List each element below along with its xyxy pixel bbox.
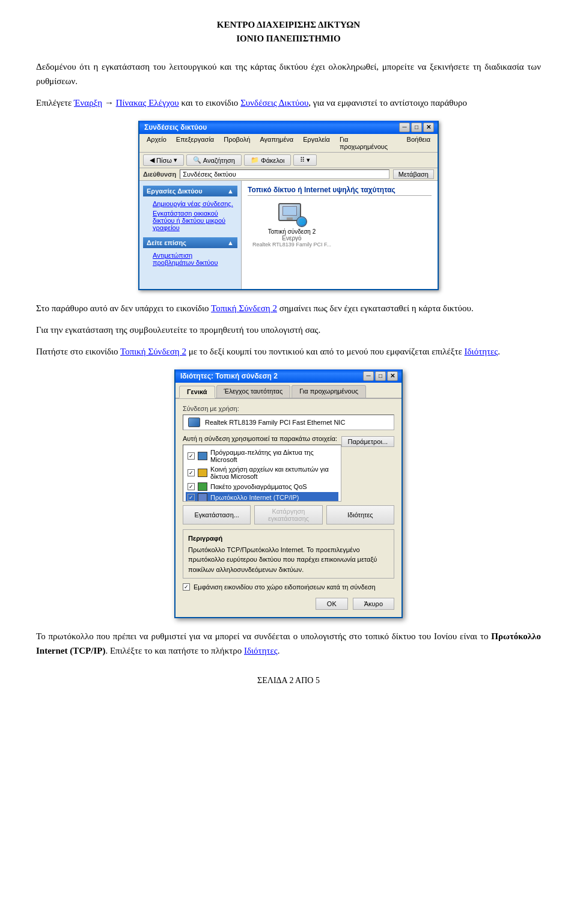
comp-checkbox-3[interactable]: ✓	[188, 494, 195, 501]
connection-label: Σύνδεση με χρήση:	[183, 405, 394, 412]
connection-icon: 🌐	[278, 203, 305, 226]
topiki-link2[interactable]: Τοπική Σύνδεση 2	[120, 347, 186, 356]
paragraph1: Δεδομένου ότι η εγκατάσταση του λειτουργ…	[36, 59, 541, 88]
adapter-row: Realtek RTL8139 Family PCI Fast Ethernet…	[183, 415, 394, 430]
configure-button[interactable]: Παράμετροι...	[341, 436, 395, 447]
tab-advanced[interactable]: Για προχωρημένους	[292, 385, 366, 398]
dropdown-arrow-icon2: ▾	[307, 156, 310, 164]
idiothtes-link2[interactable]: Ιδιότητες	[244, 646, 278, 655]
comp-icon-1	[198, 469, 207, 477]
ok-button[interactable]: OK	[316, 598, 348, 610]
folders-button[interactable]: 📁 Φάκελοι	[244, 154, 291, 166]
comp-icon-3	[198, 493, 207, 502]
header-line1: ΚΕΝΤΡΟ ΔΙΑΧΕΙΡΙΣΗΣ ΔΙΚΤΥΩΝ	[36, 18, 541, 32]
back-button[interactable]: ◀ Πίσω ▾	[143, 154, 184, 166]
idiothtes-link1[interactable]: Ιδιότητες	[465, 347, 498, 356]
bottom-btns: Εγκατάσταση... Κατάργηση εγκατάστασης Ιδ…	[183, 505, 394, 524]
properties-dialog: Ιδιότητες: Τοπική σύνδεση 2 ─ □ ✕ Γενικά…	[174, 369, 403, 618]
comp-icon-0	[198, 452, 207, 460]
comp-name-2: Πακέτο χρονοδιαγράμματος QoS	[210, 483, 307, 490]
topiki-link1[interactable]: Τοπική Σύνδεση 2	[211, 303, 277, 313]
network-tasks-section[interactable]: Εργασίες Δικτύου ▲	[143, 186, 237, 196]
desc-text: Πρωτόκολλο TCP/Πρωτόκολλο Internet. Το π…	[188, 545, 389, 575]
window-content: Εργασίες Δικτύου ▲ Δημιουργία νέας σύνδε…	[139, 181, 438, 289]
systray-checkbox-row: ✓ Εμφάνιση εικονιδίου στο χώρο ειδοποιήσ…	[183, 583, 394, 591]
menu-ergaleia[interactable]: Εργαλεία	[298, 135, 335, 151]
props-minimize-btn[interactable]: ─	[363, 371, 374, 381]
troubleshoot-item[interactable]: Αντιμετώπιση προβλημάτων δικτύου	[143, 251, 237, 267]
paragraph6: Το πρωτόκολλο που πρέπει να ρυθμιστεί γι…	[36, 629, 541, 658]
toolbar: ◀ Πίσω ▾ 🔍 Αναζήτηση 📁 Φάκελοι ⠿ ▾	[139, 153, 438, 168]
syndeseis-link[interactable]: Συνδέσεις Δικτύου	[240, 98, 308, 108]
maximize-button[interactable]: □	[411, 123, 422, 132]
comp-item-0[interactable]: ✓ Πρόγραμμα-πελάτης για Δίκτυα της Micro…	[186, 448, 338, 464]
header-line2: ΙΟΝΙΟ ΠΑΝΕΠΙΣΤΗΜΙΟ	[36, 32, 541, 46]
minimize-button[interactable]: ─	[399, 123, 410, 132]
see-also-section[interactable]: Δείτε επίσης ▲	[143, 237, 237, 248]
adapter-name: Realtek RTL8139 Family PCI Fast Ethernet…	[205, 419, 345, 426]
systray-label: Εμφάνιση εικονιδίου στο χώρο ειδοποιήσεω…	[194, 583, 376, 591]
menu-boitheia[interactable]: Βοήθεια	[402, 135, 435, 151]
address-input[interactable]: Συνδέσεις δικτύου	[180, 169, 389, 179]
back-arrow-icon: ◀	[150, 156, 154, 164]
menu-agapimena[interactable]: Αγαπημένα	[255, 135, 298, 151]
enarxi-link[interactable]: Έναρξη	[74, 98, 102, 108]
comp-item-1[interactable]: ✓ Κοινή χρήση αρχείων και εκτυπωτών για …	[186, 464, 338, 481]
home-network-item[interactable]: Εγκατάσταση οικιακού δικτύου ή δικτύου μ…	[143, 208, 237, 233]
comp-checkbox-2[interactable]: ✓	[188, 483, 195, 490]
addressbar: Διεύθυνση Συνδέσεις δικτύου Μετάβαση	[139, 168, 438, 181]
right-panel: Τοπικό δίκτυο ή Internet υψηλής ταχύτητα…	[242, 181, 438, 289]
tab-general[interactable]: Γενικά	[179, 386, 215, 398]
comp-item-2[interactable]: ✓ Πακέτο χρονοδιαγράμματος QoS	[186, 481, 338, 492]
pinakaselegxou-link[interactable]: Πίνακας Ελέγχου	[116, 98, 179, 108]
comp-icon-2	[198, 482, 207, 491]
new-connection-item[interactable]: Δημιουργία νέας σύνδεσης.	[143, 199, 237, 208]
description-box: Περιγραφή Πρωτόκολλο TCP/Πρωτόκολλο Inte…	[183, 529, 394, 579]
folder-icon: 📁	[251, 156, 259, 164]
comp-checkbox-1[interactable]: ✓	[188, 469, 195, 476]
paragraph5: Πατήστε στο εικονίδιο Τοπική Σύνδεση 2 μ…	[36, 344, 541, 359]
menu-proboli[interactable]: Προβολή	[219, 135, 255, 151]
install-button[interactable]: Εγκατάσταση...	[183, 505, 251, 524]
properties-button[interactable]: Ιδιότητες	[326, 505, 394, 524]
connection-device: Realtek RTL8139 Family PCI F...	[252, 242, 331, 248]
tab-auth[interactable]: Έλεγχος ταυτότητας	[216, 385, 291, 398]
props-title-label: Ιδιότητες: Τοπική σύνδεση 2	[180, 372, 278, 380]
menu-arxeio[interactable]: Αρχείο	[142, 135, 171, 151]
right-panel-header: Τοπικό δίκτυο ή Internet υψηλής ταχύτητα…	[248, 186, 432, 196]
view-options-button[interactable]: ⠿ ▾	[293, 154, 317, 166]
close-button[interactable]: ✕	[423, 123, 434, 132]
props-tabs: Γενικά Έλεγχος ταυτότητας Για προχωρημέν…	[176, 383, 401, 399]
adapter-icon	[188, 418, 200, 427]
connection-icon-group: 🌐 Τοπική σύνδεση 2 Ενεργό Realtek RTL813…	[252, 203, 331, 248]
screenshot1-container: Συνδέσεις δικτύου ─ □ ✕ Αρχείο Επεξεργασ…	[36, 121, 541, 290]
ok-cancel-buttons: OK Άκυρο	[183, 595, 394, 611]
menu-epexergasia[interactable]: Επεξεργασία	[171, 135, 219, 151]
connection-status: Ενεργό	[282, 235, 301, 242]
connection-name: Τοπική σύνδεση 2	[268, 228, 316, 235]
desc-title: Περιγραφή	[188, 533, 389, 544]
menubar: Αρχείο Επεξεργασία Προβολή Αγαπημένα Εργ…	[139, 134, 438, 153]
props-maximize-btn[interactable]: □	[375, 371, 386, 381]
go-button[interactable]: Μετάβαση	[393, 169, 434, 179]
props-titlebar-btns: ─ □ ✕	[363, 371, 398, 381]
comp-item-3[interactable]: ✓ Πρωτόκολλο Internet (TCP/IP)	[186, 492, 338, 502]
footer-text: ΣΕΛΙΔΑ 2 ΑΠΟ 5	[257, 676, 320, 685]
uninstall-button[interactable]: Κατάργηση εγκατάστασης	[254, 505, 322, 524]
menu-prox[interactable]: Για προχωρημένους	[335, 135, 402, 151]
page-footer: ΣΕΛΙΔΑ 2 ΑΠΟ 5	[36, 676, 541, 685]
systray-checkbox[interactable]: ✓	[183, 583, 190, 591]
dropdown-arrow-icon: ▾	[174, 156, 177, 164]
paragraph2: Επιλέγετε Έναρξη → Πίνακας Ελέγχου και τ…	[36, 96, 541, 110]
comp-checkbox-0[interactable]: ✓	[188, 452, 195, 460]
props-close-btn[interactable]: ✕	[387, 371, 398, 381]
screenshot2-container: Ιδιότητες: Τοπική σύνδεση 2 ─ □ ✕ Γενικά…	[36, 369, 541, 618]
collapse-icon: ▲	[227, 187, 234, 195]
search-button[interactable]: 🔍 Αναζήτηση	[186, 154, 242, 166]
collapse-icon2: ▲	[227, 239, 234, 246]
titlebar-buttons: ─ □ ✕	[399, 123, 434, 132]
left-panel: Εργασίες Δικτύου ▲ Δημιουργία νέας σύνδε…	[139, 181, 242, 289]
cancel-button[interactable]: Άκυρο	[353, 598, 394, 610]
page-header: ΚΕΝΤΡΟ ΔΙΑΧΕΙΡΙΣΗΣ ΔΙΚΤΥΩΝ ΙΟΝΙΟ ΠΑΝΕΠΙΣ…	[36, 18, 541, 45]
titlebar1: Συνδέσεις δικτύου ─ □ ✕	[139, 121, 438, 134]
